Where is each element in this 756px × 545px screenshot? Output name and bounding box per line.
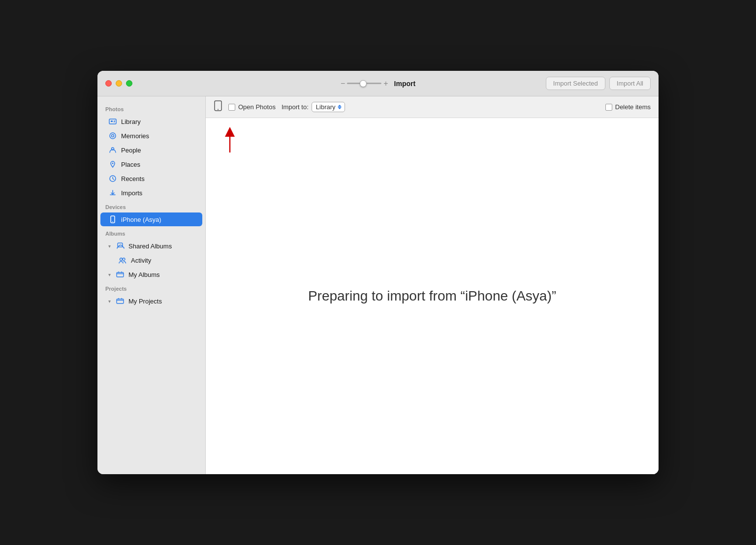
sidebar-people-label: People — [121, 147, 141, 154]
iphone-icon — [108, 215, 117, 224]
sidebar-item-places[interactable]: Places — [100, 157, 202, 171]
devices-section-label: Devices — [97, 200, 205, 212]
library-select-label: Library — [316, 103, 336, 111]
sidebar-my-projects-label: My Projects — [128, 298, 162, 305]
sidebar-item-shared-albums[interactable]: ▾ Shared Albums — [100, 239, 202, 253]
photos-section-label: Photos — [97, 102, 205, 114]
my-projects-chevron-icon: ▾ — [108, 299, 111, 304]
titlebar: − + Import Import Selected Import All — [97, 71, 659, 96]
main-content: Photos Library — [97, 96, 659, 474]
toolbar-phone-icon — [214, 100, 222, 114]
window-title: Import — [394, 80, 416, 88]
memories-icon — [108, 131, 117, 140]
content-body: Preparing to import from “iPhone (Asya)” — [206, 118, 659, 474]
svg-point-7 — [112, 163, 114, 164]
zoom-out-button[interactable]: − — [341, 80, 345, 88]
zoom-in-button[interactable]: + — [383, 80, 388, 88]
shared-albums-chevron-icon: ▾ — [108, 243, 111, 249]
red-arrow-indicator — [225, 128, 234, 157]
library-select[interactable]: Library — [312, 102, 345, 112]
sidebar-item-recents[interactable]: Recents — [100, 172, 202, 185]
svg-point-5 — [112, 135, 114, 137]
svg-point-4 — [110, 133, 116, 139]
svg-rect-1 — [111, 121, 113, 122]
sidebar-shared-albums-label: Shared Albums — [128, 242, 172, 250]
svg-point-13 — [123, 258, 125, 261]
app-window: − + Import Import Selected Import All Ph… — [97, 71, 659, 474]
svg-point-10 — [112, 221, 113, 222]
traffic-lights — [105, 80, 132, 87]
albums-section-label: Albums — [97, 227, 205, 239]
close-button[interactable] — [105, 80, 112, 87]
activity-icon — [118, 256, 127, 265]
people-icon — [108, 146, 117, 154]
sidebar-places-label: Places — [121, 161, 140, 168]
projects-section-label: Projects — [97, 282, 205, 294]
import-to-section: Import to: Library — [282, 102, 345, 112]
recents-icon — [108, 174, 117, 183]
content-toolbar: Open Photos Import to: Library — [206, 96, 659, 118]
my-albums-icon — [116, 270, 125, 279]
my-albums-chevron-icon: ▾ — [108, 272, 111, 277]
places-icon — [108, 160, 117, 169]
maximize-button[interactable] — [126, 80, 132, 87]
library-icon — [108, 117, 117, 126]
sidebar: Photos Library — [97, 96, 206, 474]
titlebar-actions: Import Selected Import All — [546, 77, 651, 90]
import-all-button[interactable]: Import All — [609, 77, 651, 90]
select-arrow-icon — [338, 105, 342, 109]
sidebar-item-people[interactable]: People — [100, 143, 202, 157]
open-photos-control: Open Photos — [228, 103, 276, 111]
content-area: Open Photos Import to: Library — [206, 96, 659, 474]
zoom-slider[interactable] — [347, 83, 381, 84]
sidebar-imports-label: Imports — [121, 189, 142, 197]
sidebar-item-imports[interactable]: Imports — [100, 186, 202, 200]
svg-point-17 — [218, 109, 219, 110]
sidebar-iphone-label: iPhone (Asya) — [121, 216, 161, 223]
sidebar-item-memories[interactable]: Memories — [100, 129, 202, 143]
imports-icon — [108, 188, 117, 197]
delete-items-label: Delete items — [615, 103, 651, 111]
delete-items-section: Delete items — [605, 103, 651, 111]
svg-point-12 — [120, 258, 123, 261]
minimize-button[interactable] — [116, 80, 122, 87]
zoom-controls: − + — [341, 80, 388, 88]
sidebar-recents-label: Recents — [121, 175, 145, 182]
svg-rect-15 — [117, 299, 124, 303]
sidebar-item-iphone-asya[interactable]: iPhone (Asya) — [100, 212, 202, 226]
open-photos-label: Open Photos — [238, 103, 276, 111]
titlebar-center: − + Import — [341, 80, 415, 88]
my-projects-icon — [116, 297, 125, 305]
sidebar-item-my-projects[interactable]: ▾ My Projects — [100, 294, 202, 308]
sidebar-item-activity[interactable]: Activity — [100, 253, 202, 267]
sidebar-item-my-albums[interactable]: ▾ My Albums — [100, 268, 202, 281]
sidebar-my-albums-label: My Albums — [128, 271, 160, 278]
shared-albums-icon — [116, 242, 125, 250]
sidebar-library-label: Library — [121, 118, 141, 125]
open-photos-checkbox[interactable] — [228, 104, 235, 111]
preparing-text: Preparing to import from “iPhone (Asya)” — [308, 288, 556, 304]
delete-items-checkbox[interactable] — [605, 104, 612, 111]
sidebar-item-library[interactable]: Library — [100, 115, 202, 128]
sidebar-memories-label: Memories — [121, 132, 149, 140]
sidebar-activity-label: Activity — [131, 257, 151, 264]
import-selected-button[interactable]: Import Selected — [546, 77, 605, 90]
svg-rect-14 — [117, 272, 124, 277]
import-to-label: Import to: — [282, 103, 309, 111]
